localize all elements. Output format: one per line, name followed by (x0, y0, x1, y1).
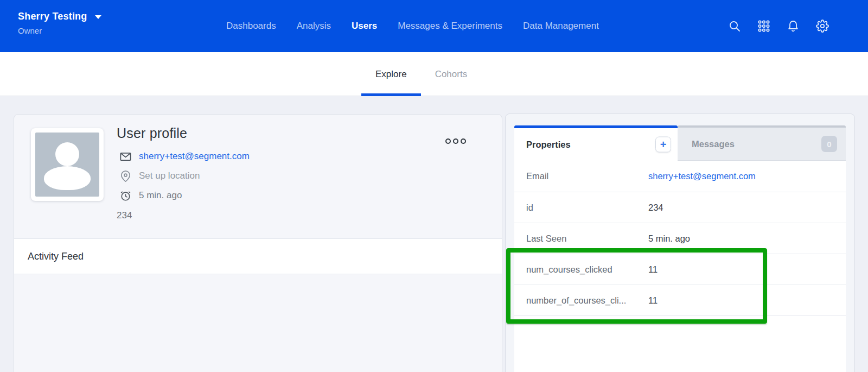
table-row-number-of-courses-clicked: number_of_courses_cli... 11 (514, 285, 846, 316)
workspace-name: Sherry Testing (18, 11, 87, 22)
messages-count-badge: 0 (821, 136, 837, 152)
avatar-placeholder-image (35, 133, 99, 197)
avatar (31, 128, 104, 201)
properties-tabs: Properties + Messages 0 (514, 125, 846, 161)
user-profile-card: User profile sherry+test@segment.com Set… (14, 114, 502, 372)
location-pin-icon (119, 170, 132, 182)
properties-panel: Properties + Messages 0 Email sherry+tes… (505, 114, 855, 372)
kebab-menu-icon[interactable] (443, 136, 468, 146)
navbar-icons (728, 0, 829, 52)
profile-user-id: 234 (117, 210, 250, 221)
tab-messages[interactable]: Messages 0 (678, 125, 846, 161)
profile-info: User profile sherry+test@segment.com Set… (117, 125, 250, 221)
profile-location-row: Set up location (117, 169, 250, 183)
main-content: User profile sherry+test@segment.com Set… (0, 96, 868, 372)
alarm-clock-icon (119, 190, 132, 202)
table-empty-area (514, 316, 846, 372)
nav-item-messages-experiments[interactable]: Messages & Experiments (398, 21, 502, 31)
top-navbar: Sherry Testing Owner Dashboards Analysis… (0, 0, 868, 52)
table-row-last-seen: Last Seen 5 min. ago (514, 223, 846, 254)
set-up-location-link[interactable]: Set up location (139, 171, 200, 181)
apps-grid-icon[interactable] (757, 20, 770, 33)
page-title: User profile (117, 125, 250, 141)
bell-icon[interactable] (787, 20, 800, 33)
add-property-button[interactable]: + (655, 137, 671, 153)
nav-item-dashboards[interactable]: Dashboards (226, 21, 276, 31)
profile-last-seen: 5 min. ago (139, 190, 182, 201)
properties-table: Email sherry+test@segment.com id 234 Las… (514, 161, 846, 372)
nav-item-data-management[interactable]: Data Management (523, 21, 599, 31)
search-icon[interactable] (728, 20, 741, 33)
activity-feed-title: Activity Feed (28, 251, 84, 262)
caret-down-icon (95, 15, 101, 19)
profile-email-row: sherry+test@segment.com (117, 149, 250, 163)
tab-explore[interactable]: Explore (361, 52, 421, 96)
envelope-icon (119, 150, 132, 163)
subnav-tabs: Explore Cohorts (361, 52, 481, 96)
table-row-num-courses-clicked: num_courses_clicked 11 (514, 254, 846, 285)
profile-last-seen-row: 5 min. ago (117, 188, 250, 203)
profile-email-link[interactable]: sherry+test@segment.com (139, 151, 250, 162)
tab-properties[interactable]: Properties + (514, 125, 678, 161)
subnav: Explore Cohorts (0, 52, 868, 96)
tab-cohorts[interactable]: Cohorts (421, 52, 482, 96)
primary-nav: Dashboards Analysis Users Messages & Exp… (226, 0, 599, 52)
table-row-id: id 234 (514, 192, 846, 223)
workspace-role: Owner (18, 26, 101, 35)
gear-icon[interactable] (816, 20, 829, 33)
workspace-switcher[interactable]: Sherry Testing Owner (18, 11, 101, 35)
email-value-link[interactable]: sherry+test@segment.com (648, 171, 756, 181)
activity-feed-section: Activity Feed (14, 238, 502, 274)
nav-item-users[interactable]: Users (352, 21, 377, 31)
nav-item-analysis[interactable]: Analysis (297, 21, 331, 31)
table-row-email: Email sherry+test@segment.com (514, 161, 846, 192)
